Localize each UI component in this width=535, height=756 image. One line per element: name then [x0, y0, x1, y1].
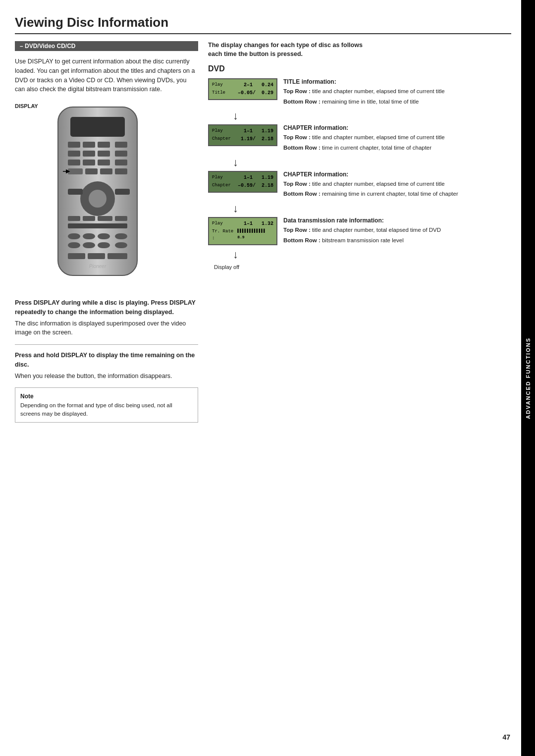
info-col-title: TITLE information: Top Row : title and c…	[283, 78, 511, 108]
svg-rect-4	[98, 142, 110, 148]
arrow-3: ↓	[208, 202, 511, 215]
svg-rect-11	[83, 160, 95, 165]
lcd-value-play-ch2: 1–1 1.19	[244, 174, 273, 182]
page-number: 47	[502, 733, 510, 741]
page-title: Viewing Disc Information	[15, 15, 511, 34]
lcd-row-2: Title –0.05/ 0.29	[212, 89, 273, 97]
press-display-body: The disc information is displayed superi…	[15, 319, 198, 338]
screen-stack-datarate: Play 1–1 1.32 Tr. Rate : ▌▌▌▌▌▌▌▌▌▌▌▌ 8.…	[208, 217, 277, 245]
lcd-label-chapter1: Chapter	[212, 135, 231, 143]
svg-rect-24	[83, 216, 95, 221]
chapter1-info-heading: CHAPTER information:	[283, 124, 511, 131]
arrow-4: ↓	[208, 248, 511, 261]
sidebar-label: ADVANCED FUNCTIONS	[525, 337, 531, 419]
display-off-label: Display off	[214, 264, 239, 270]
screen-row-datarate: Play 1–1 1.32 Tr. Rate : ▌▌▌▌▌▌▌▌▌▌▌▌ 8.…	[208, 217, 511, 246]
svg-rect-32	[68, 242, 80, 248]
display-off-container: Display off	[208, 263, 511, 270]
display-intro: The display changes for each type of dis…	[208, 41, 511, 58]
screen-row-chapter2: Play 1–1 1.19 Chapter –0.59/ 2.18 CHAPTE…	[208, 171, 511, 200]
screen-stack-chapter1: Play 1–1 1.19 Chapter 1.19/ 2.18	[208, 124, 277, 146]
arrow-1: ↓	[208, 109, 511, 122]
display-label: DISPLAY	[15, 103, 38, 109]
lcd-value-chapter1: 1.19/ 2.18	[241, 135, 273, 143]
press-display-section: Press DISPLAY during while a disc is pla…	[15, 298, 198, 337]
dvd-label: DVD	[208, 64, 511, 73]
lcd-row-ch2-1: Play 1–1 1.19	[212, 174, 273, 182]
lcd-screen-chapter2: Play 1–1 1.19 Chapter –0.59/ 2.18	[208, 171, 277, 193]
lcd-label-play1: Play	[212, 81, 223, 89]
lcd-row-dr2: Tr. Rate : ▌▌▌▌▌▌▌▌▌▌▌▌ 8.9	[212, 228, 273, 242]
note-title: Note	[20, 393, 34, 400]
lcd-row-ch2-2: Chapter –0.59/ 2.18	[212, 182, 273, 190]
lcd-value-play1: 2–1 0.24	[244, 81, 273, 89]
arrow-2: ↓	[208, 156, 511, 169]
svg-rect-13	[115, 160, 127, 165]
info-col-chapter2: CHAPTER information: Top Row : title and…	[283, 171, 511, 200]
chapter2-info-heading: CHAPTER information:	[283, 171, 511, 178]
svg-rect-36	[68, 253, 85, 259]
datarate-info-bottomrow: Bottom Row : bitstream transmission rate…	[283, 236, 511, 245]
lcd-row-ch1-1: Play 1–1 1.19	[212, 127, 273, 135]
title-info-toprow: Top Row : title and chapter number, elap…	[283, 87, 511, 96]
hold-display-section: Press and hold DISPLAY to display the ti…	[15, 351, 198, 380]
lcd-value-play-dr: 1–1 1.32	[244, 220, 273, 228]
svg-rect-31	[115, 233, 127, 239]
hold-display-heading: Press and hold DISPLAY to display the ti…	[15, 351, 198, 370]
lcd-row-dr1: Play 1–1 1.32	[212, 220, 273, 228]
svg-rect-5	[115, 142, 127, 148]
svg-rect-1	[70, 117, 125, 137]
display-intro-line2: each time the button is pressed.	[208, 51, 303, 57]
svg-rect-28	[68, 233, 80, 239]
title-info-bottomrow: Bottom Row : remaining time in title, to…	[283, 98, 511, 106]
lcd-value-play-ch1: 1–1 1.19	[244, 127, 273, 135]
two-col-layout: – DVD/Video CD/CD Use DISPLAY to get cur…	[15, 41, 511, 423]
svg-rect-21	[68, 189, 83, 195]
svg-rect-10	[68, 160, 80, 165]
screen-stack-chapter2: Play 1–1 1.19 Chapter –0.59/ 2.18	[208, 171, 277, 193]
svg-rect-30	[98, 233, 110, 239]
svg-rect-35	[115, 242, 127, 248]
svg-rect-14	[68, 168, 83, 174]
left-column: – DVD/Video CD/CD Use DISPLAY to get cur…	[15, 41, 198, 423]
lcd-label-play-ch1: Play	[212, 127, 223, 135]
disc-type-header: – DVD/Video CD/CD	[15, 41, 198, 51]
datarate-info-toprow: Top Row : title and chapter number, tota…	[283, 226, 511, 234]
lcd-screen-datarate: Play 1–1 1.32 Tr. Rate : ▌▌▌▌▌▌▌▌▌▌▌▌ 8.…	[208, 217, 277, 245]
lcd-screen-chapter1: Play 1–1 1.19 Chapter 1.19/ 2.18	[208, 124, 277, 146]
note-box: Note Depending on the format and type of…	[15, 387, 198, 423]
chapter2-info-bottomrow: Bottom Row : remaining time in current c…	[283, 190, 511, 198]
page-container: Viewing Disc Information – DVD/Video CD/…	[0, 0, 535, 756]
title-info-heading: TITLE information:	[283, 78, 511, 85]
screen-stack-title: Play 2–1 0.24 Title –0.05/ 0.29	[208, 78, 277, 100]
svg-rect-8	[98, 151, 110, 157]
chapter2-info-toprow: Top Row : title and chapter number, elap…	[283, 180, 511, 188]
lcd-value-chapter2: –0.59/ 2.18	[238, 182, 273, 190]
svg-rect-16	[100, 168, 112, 174]
screen-row-title: Play 2–1 0.24 Title –0.05/ 0.29 TITLE in…	[208, 78, 511, 108]
note-body: Depending on the format and type of disc…	[20, 402, 172, 417]
svg-rect-17	[115, 168, 127, 174]
lcd-value-title1: –0.05/ 0.29	[238, 89, 273, 97]
lcd-label-play-dr: Play	[212, 220, 223, 228]
hold-display-body: When you release the button, the informa…	[15, 372, 198, 381]
lcd-label-title1: Title	[212, 89, 225, 97]
svg-point-20	[89, 190, 107, 208]
info-col-chapter1: CHAPTER information: Top Row : title and…	[283, 124, 511, 154]
lcd-row-1: Play 2–1 0.24	[212, 81, 273, 89]
svg-rect-9	[115, 151, 127, 157]
right-sidebar: ADVANCED FUNCTIONS	[521, 0, 535, 756]
display-intro-line1: The display changes for each type of dis…	[208, 42, 363, 49]
svg-rect-12	[98, 160, 110, 165]
svg-rect-2	[68, 142, 80, 148]
display-label-container: DISPLAY	[15, 102, 38, 109]
datarate-info-heading: Data transmission rate information:	[283, 217, 511, 224]
section-divider	[15, 344, 198, 345]
svg-rect-22	[115, 189, 130, 195]
screen-row-chapter1: Play 1–1 1.19 Chapter 1.19/ 2.18 CHAPTER…	[208, 124, 511, 154]
svg-rect-27	[68, 223, 127, 228]
lcd-row-ch1-2: Chapter 1.19/ 2.18	[212, 135, 273, 143]
lcd-label-chapter2: Chapter	[212, 182, 231, 190]
chapter1-info-bottomrow: Bottom Row : time in current chapter, to…	[283, 144, 511, 152]
chapter1-info-toprow: Top Row : title and chapter number, elap…	[283, 133, 511, 142]
